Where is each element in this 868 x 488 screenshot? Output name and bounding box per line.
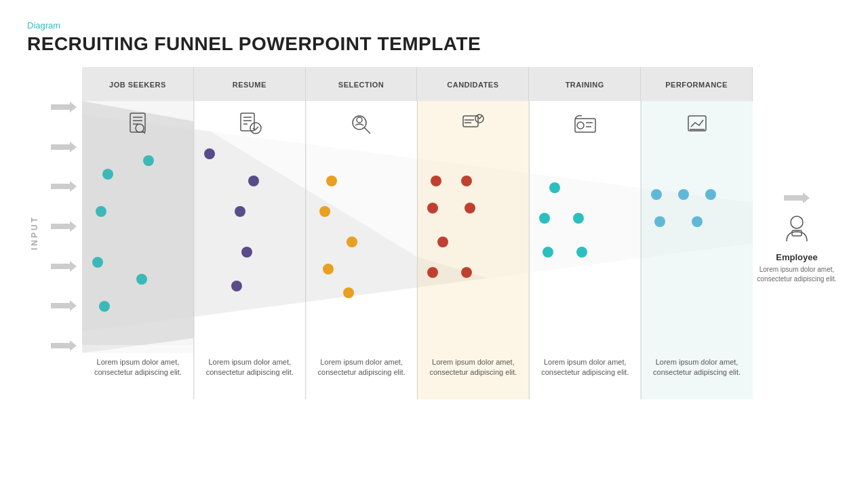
col-footer-resume: Lorem ipsum dolor amet, consectetur adip… bbox=[194, 353, 306, 399]
col-training: TRAINING bbox=[529, 67, 641, 399]
col-footer-performance: Lorem ipsum dolor amet, consectetur adip… bbox=[641, 353, 753, 399]
page-title: RECRUITING FUNNEL POWERPOINT TEMPLATE bbox=[27, 33, 841, 55]
diagram-label: Diagram bbox=[27, 20, 841, 30]
svg-point-43 bbox=[791, 216, 803, 228]
col-body-performance bbox=[641, 101, 753, 353]
col-body-training bbox=[529, 101, 641, 353]
employee-arrow bbox=[784, 192, 810, 206]
svg-point-31 bbox=[357, 117, 362, 123]
arrow-5 bbox=[51, 261, 77, 272]
svg-marker-42 bbox=[784, 192, 810, 203]
col-header-job-seekers: JOB SEEKERS bbox=[82, 67, 194, 101]
employee-label: Employee bbox=[776, 252, 817, 262]
col-header-candidates: CANDIDATES bbox=[417, 67, 529, 101]
col-footer-job-seekers: Lorem ipsum dolor amet, consectetur adip… bbox=[82, 353, 194, 399]
arrow-4 bbox=[51, 221, 77, 232]
svg-point-37 bbox=[577, 122, 584, 129]
svg-marker-3 bbox=[51, 221, 77, 232]
arrows-column bbox=[45, 67, 82, 399]
col-resume: RESUME bbox=[194, 67, 306, 399]
col-footer-candidates: Lorem ipsum dolor amet, consectetur adip… bbox=[417, 353, 529, 399]
col-body-job-seekers bbox=[82, 101, 194, 353]
arrow-6 bbox=[51, 300, 77, 311]
col-header-training: TRAINING bbox=[529, 67, 641, 101]
col-body-selection bbox=[306, 101, 418, 353]
col-performance: PERFORMANCE Lor bbox=[641, 67, 753, 399]
svg-rect-40 bbox=[688, 116, 706, 131]
col-footer-training: Lorem ipsum dolor amet, consectetur adip… bbox=[529, 353, 641, 399]
svg-rect-36 bbox=[575, 119, 595, 132]
svg-rect-44 bbox=[792, 230, 802, 236]
col-selection: SELECTION bbox=[306, 67, 418, 399]
col-candidates: CANDIDATES bbox=[417, 67, 529, 399]
col-footer-selection: Lorem ipsum dolor amet, consectetur adip… bbox=[306, 353, 418, 399]
arrow-1 bbox=[51, 102, 77, 113]
funnel-columns: JOB SEEKERS bbox=[82, 67, 753, 399]
col-header-resume: RESUME bbox=[194, 67, 306, 101]
svg-point-25 bbox=[250, 123, 261, 134]
arrow-7 bbox=[51, 340, 77, 351]
col-job-seekers: JOB SEEKERS bbox=[82, 67, 194, 399]
svg-marker-1 bbox=[51, 142, 77, 152]
col-header-selection: SELECTION bbox=[306, 67, 418, 101]
arrow-3 bbox=[51, 181, 77, 192]
arrow-2 bbox=[51, 142, 77, 152]
employee-icon bbox=[780, 211, 814, 248]
svg-marker-6 bbox=[51, 340, 77, 351]
col-body-candidates bbox=[417, 101, 529, 353]
input-label: INPUT bbox=[27, 67, 42, 399]
employee-section: Employee Lorem ipsum dolor amet, consect… bbox=[753, 67, 841, 399]
svg-rect-18 bbox=[130, 113, 145, 132]
svg-marker-5 bbox=[51, 300, 77, 311]
col-body-resume bbox=[194, 101, 306, 353]
svg-line-30 bbox=[364, 127, 370, 134]
col-header-performance: PERFORMANCE bbox=[641, 67, 753, 101]
svg-marker-4 bbox=[51, 261, 77, 272]
employee-description: Lorem ipsum dolor amet, consectetur adip… bbox=[753, 265, 841, 284]
svg-marker-2 bbox=[51, 181, 77, 192]
svg-marker-0 bbox=[51, 102, 77, 113]
svg-rect-24 bbox=[241, 113, 254, 131]
